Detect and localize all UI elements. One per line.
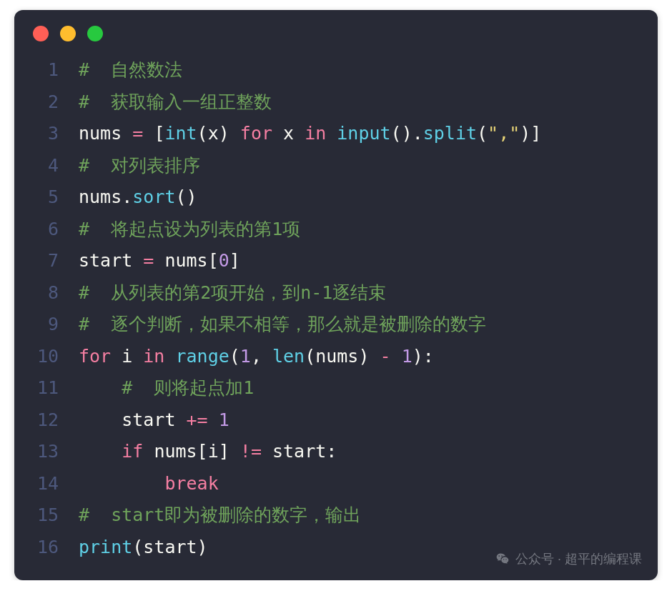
code-line: 9# 逐个判断，如果不相等，那么就是被删除的数字 [21,309,645,341]
code-token: ( [305,346,315,367]
code-token: [ [197,441,208,462]
code-token [369,346,380,367]
line-number: 11 [21,372,79,404]
line-number: 2 [21,86,79,119]
code-token: int [164,123,197,144]
code-token: x [272,123,305,144]
code-token: )] [520,123,541,144]
code-token: nums [79,123,132,144]
line-number: 10 [21,341,79,373]
code-token: # 则将起点加1 [122,377,254,398]
code-token: , [251,346,272,367]
code-token: x [208,123,219,144]
code-line: 6# 将起点设为列表的第1项 [21,214,645,246]
code-line: 5nums.sort() [21,182,645,214]
line-number: 7 [21,245,79,277]
window-titlebar [14,10,658,49]
code-content: start += 1 [79,404,229,437]
code-token: 1 [219,409,229,430]
code-token [208,409,219,430]
code-token: 1 [402,346,412,367]
code-token: # 对列表排序 [79,155,200,176]
code-token [79,377,122,398]
code-content: if nums[i] != start: [79,436,337,468]
window-maximize-dot[interactable] [87,26,103,41]
code-token: 1 [240,346,251,367]
code-content: print(start) [79,532,208,564]
code-token: sort [132,187,175,207]
code-token: [ [143,123,164,144]
code-token: for [240,123,272,144]
code-content: # 自然数法 [79,54,182,86]
code-token: # 将起点设为列表的第1项 [79,219,300,239]
code-content: # start即为被删除的数字，输出 [79,500,361,532]
code-token: ( [477,123,488,144]
line-number: 9 [21,309,79,341]
code-token [79,473,164,494]
code-token: 0 [219,250,229,271]
code-token: "," [488,123,520,144]
code-token: [ [208,250,219,271]
code-token: ] [219,441,240,462]
code-token: != [240,441,262,462]
code-token: ( [229,346,240,367]
code-content: start = nums[0] [79,245,240,277]
line-number: 14 [21,468,79,500]
code-token [79,441,122,462]
code-content: # 对列表排序 [79,150,200,182]
code-token: start [122,409,186,430]
code-line: 8# 从列表的第2项开始，到n-1逐结束 [21,277,645,309]
code-token: ) [197,537,208,557]
code-token: for [79,346,111,367]
window-close-dot[interactable] [33,26,49,41]
code-token: in [305,123,326,144]
line-number: 5 [21,182,79,214]
code-token: i [111,346,143,367]
code-token: in [143,346,164,367]
code-content: # 从列表的第2项开始，到n-1逐结束 [79,277,386,309]
line-number: 15 [21,500,79,532]
code-token [391,346,402,367]
code-token: . [122,187,132,207]
code-token: # 逐个判断，如果不相等，那么就是被删除的数字 [79,314,486,334]
code-token: = [143,250,154,271]
code-token: nums [143,441,197,462]
code-token: = [132,123,143,144]
code-area: 1# 自然数法2# 获取输入一组正整数3nums = [int(x) for x… [14,49,658,563]
code-token: start [262,441,326,462]
code-token: # 从列表的第2项开始，到n-1逐结束 [79,282,386,303]
code-line: 4# 对列表排序 [21,150,645,182]
code-token: ) [219,123,240,144]
code-token: += [187,409,208,430]
code-token: . [412,123,423,144]
code-token: nums [315,346,358,367]
code-content: break [79,468,219,500]
code-token: ) [358,346,369,367]
code-line: 11 # 则将起点加1 [21,372,645,404]
code-token [326,123,337,144]
code-token: range [175,346,229,367]
code-line: 2# 获取输入一组正整数 [21,86,645,119]
code-token: split [423,123,477,144]
code-content: for i in range(1, len(nums) - 1): [79,341,434,373]
window-minimize-dot[interactable] [60,26,76,41]
line-number: 3 [21,118,79,150]
code-line: 7start = nums[0] [21,245,645,277]
code-token: if [122,441,143,462]
code-token: : [326,441,337,462]
code-token: i [208,441,219,462]
code-line: 15# start即为被删除的数字，输出 [21,500,645,532]
code-content: nums = [int(x) for x in input().split(",… [79,118,541,150]
code-token: break [164,473,218,494]
code-token: ( [197,123,208,144]
code-token: () [176,187,197,207]
code-token: ] [229,250,240,271]
code-token: ( [132,537,143,557]
code-content: # 获取输入一组正整数 [79,86,272,119]
line-number: 12 [21,404,79,437]
code-token: start [79,250,143,271]
code-token [79,409,122,430]
code-token: # 获取输入一组正整数 [79,91,272,112]
code-token: () [391,123,412,144]
code-line: 13 if nums[i] != start: [21,436,645,468]
